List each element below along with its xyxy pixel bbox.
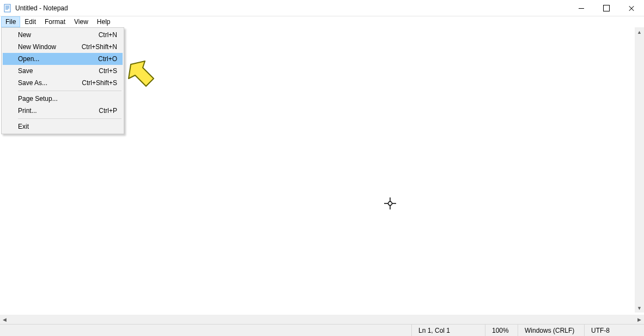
- menu-file[interactable]: File: [1, 16, 20, 27]
- menu-item-label: New: [18, 31, 31, 39]
- scroll-up-icon[interactable]: ▲: [635, 27, 644, 37]
- menu-edit[interactable]: Edit: [20, 16, 40, 27]
- statusbar-zoom: 100%: [485, 325, 518, 336]
- notepad-icon: [3, 4, 12, 13]
- statusbar-position: Ln 1, Col 1: [411, 325, 485, 336]
- menu-item-new[interactable]: New Ctrl+N: [3, 29, 123, 41]
- statusbar-encoding: UTF-8: [584, 325, 644, 336]
- menu-item-page-setup[interactable]: Page Setup...: [3, 93, 123, 105]
- menu-item-exit[interactable]: Exit: [3, 121, 123, 133]
- menu-item-label: Exit: [18, 123, 29, 130]
- menubar: File Edit Format View Help: [0, 16, 644, 27]
- titlebar: Untitled - Notepad: [0, 0, 644, 16]
- menu-item-label: Save: [18, 67, 33, 75]
- menu-item-shortcut: Ctrl+S: [99, 67, 117, 75]
- vertical-scrollbar[interactable]: ▲ ▼: [635, 27, 644, 313]
- statusbar: Ln 1, Col 1 100% Windows (CRLF) UTF-8: [0, 324, 644, 336]
- menu-item-shortcut: Ctrl+N: [99, 31, 117, 39]
- menu-item-shortcut: Ctrl+Shift+N: [82, 43, 117, 51]
- menu-format[interactable]: Format: [40, 16, 70, 27]
- menu-item-save[interactable]: Save Ctrl+S: [3, 65, 123, 77]
- menu-help[interactable]: Help: [93, 16, 115, 27]
- menu-separator: [18, 91, 121, 91]
- menu-view[interactable]: View: [70, 16, 93, 27]
- menu-item-shortcut: Ctrl+P: [99, 107, 117, 115]
- menu-item-shortcut: Ctrl+Shift+S: [82, 79, 117, 87]
- menu-item-label: Save As...: [18, 79, 47, 87]
- horizontal-scrollbar[interactable]: ◀ ▶: [0, 315, 644, 324]
- menu-item-label: New Window: [18, 43, 56, 51]
- scroll-right-icon[interactable]: ▶: [635, 315, 644, 324]
- minimize-button[interactable]: [569, 0, 594, 16]
- menu-item-label: Open...: [18, 55, 39, 63]
- scroll-left-icon[interactable]: ◀: [0, 315, 9, 324]
- menu-item-print[interactable]: Print... Ctrl+P: [3, 105, 123, 117]
- file-dropdown: New Ctrl+N New Window Ctrl+Shift+N Open.…: [1, 27, 124, 134]
- menu-item-new-window[interactable]: New Window Ctrl+Shift+N: [3, 41, 123, 53]
- menu-item-label: Print...: [18, 107, 37, 115]
- menu-item-save-as[interactable]: Save As... Ctrl+Shift+S: [3, 77, 123, 89]
- scroll-down-icon[interactable]: ▼: [635, 303, 644, 313]
- window-title: Untitled - Notepad: [15, 4, 68, 12]
- statusbar-eol: Windows (CRLF): [518, 325, 584, 336]
- close-button[interactable]: [619, 0, 644, 16]
- statusbar-spacer: [0, 325, 411, 336]
- maximize-button[interactable]: [594, 0, 619, 16]
- menu-item-label: Page Setup...: [18, 95, 58, 103]
- window-controls: [569, 0, 644, 16]
- menu-item-shortcut: Ctrl+O: [98, 55, 117, 63]
- menu-separator: [18, 118, 121, 119]
- menu-item-open[interactable]: Open... Ctrl+O: [3, 53, 123, 65]
